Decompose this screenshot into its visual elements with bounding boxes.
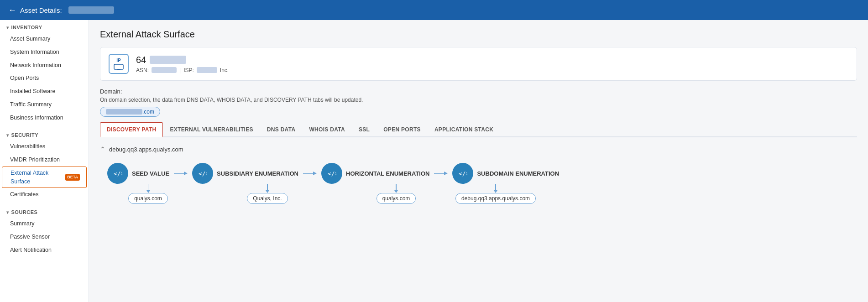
spacer-2: qualys.com [318, 184, 446, 204]
sidebar-item-asset-summary[interactable]: Asset Summary [0, 32, 89, 46]
domain-section: Domain: On domain selection, the data fr… [100, 88, 857, 117]
ip-blur [150, 56, 186, 64]
subsidiary-circle: </> [192, 163, 213, 184]
spacer-1: Qualys, Inc. [189, 184, 318, 204]
tab-ssl[interactable]: SSL [352, 122, 376, 136]
page-title: External Attack Surface [100, 29, 857, 40]
sidebar-item-certificates[interactable]: Certificates [0, 188, 89, 201]
domain-pill-blur [106, 109, 142, 115]
flow-node-horizontal-top: </> HORIZONTAL ENUMERATION [321, 163, 429, 184]
svg-marker-11 [444, 172, 448, 175]
arrow-right-icon-3 [434, 170, 448, 177]
tab-open-ports[interactable]: OPEN PORTS [376, 122, 428, 136]
arrow-2 [298, 170, 321, 177]
svg-text:</>: </> [459, 170, 467, 177]
flow-node-seed-top: </> SEED VALUE [107, 163, 169, 184]
svg-text:</>: </> [199, 170, 207, 177]
discovery-header: ⌃ debug.qq3.apps.qualys.com [100, 146, 857, 153]
svg-marker-5 [184, 172, 188, 175]
vline-1 [148, 184, 149, 190]
sidebar-section-security[interactable]: ▾ SECURITY [0, 128, 89, 140]
header-title: Asset Details: [20, 6, 62, 14]
tab-external-vulnerabilities[interactable]: EXTERNAL VULNERABILITIES [163, 122, 260, 136]
external-attack-surface-label: External Attack Surface [10, 169, 63, 186]
ip-icon: IP [109, 54, 129, 74]
sidebar-item-external-attack-surface[interactable]: External Attack Surface Beta [2, 167, 87, 188]
sidebar-item-business-information[interactable]: Business Information [0, 111, 89, 125]
asn-value-blur [152, 67, 177, 73]
flow-children-row: qualys.com Qualys, Inc. [107, 184, 857, 204]
flow-child-horizontal: qualys.com [346, 184, 446, 204]
svg-text:</>: </> [114, 170, 122, 177]
inventory-label: INVENTORY [11, 25, 42, 30]
chevron-down-icon-sources: ▾ [6, 210, 9, 215]
flow-node-subdomain: </> SUBDOMAIN ENUMERATION [452, 163, 559, 184]
domain-label: Domain: [100, 88, 857, 95]
header-title-blur [68, 6, 114, 14]
beta-badge: Beta [65, 174, 80, 181]
isp-value-blur [197, 67, 217, 73]
svg-text:</>: </> [328, 170, 336, 177]
horizontal-label: HORIZONTAL ENUMERATION [346, 170, 429, 177]
flow-container: </> SEED VALUE [107, 163, 857, 204]
svg-marker-8 [313, 172, 317, 175]
arrow-3 [429, 170, 452, 177]
sidebar-item-installed-software[interactable]: Installed Software [0, 85, 89, 98]
sidebar-item-network-information[interactable]: Network Information [0, 59, 89, 72]
sidebar-item-alert-notification[interactable]: Alert Notification [0, 244, 89, 257]
tabs-bar: DISCOVERY PATH EXTERNAL VULNERABILITIES … [100, 122, 857, 137]
child-box-subsidiary: Qualys, Inc. [247, 193, 288, 204]
monitor-icon [114, 64, 124, 70]
code-icon-horizontal: </> [327, 169, 336, 178]
tab-application-stack[interactable]: APPLICATION STACK [428, 122, 500, 136]
collapse-icon[interactable]: ⌃ [100, 146, 105, 153]
child-box-subdomain: debug.qq3.apps.qualys.com [455, 193, 536, 204]
ip-meta: ASN: | ISP: Inc. [136, 67, 229, 73]
ip-details: 64 ASN: | ISP: Inc. [136, 55, 229, 73]
code-icon-seed: </> [113, 169, 122, 178]
ip-address: 64 [136, 55, 229, 65]
svg-rect-0 [114, 64, 123, 69]
separator: | [179, 67, 181, 73]
flow-child-subdomain: debug.qq3.apps.qualys.com [446, 184, 536, 204]
sidebar-item-vulnerabilities[interactable]: Vulnerabilities [0, 140, 89, 153]
tab-whois-data[interactable]: WHOIS DATA [302, 122, 352, 136]
sidebar-item-open-ports[interactable]: Open Ports [0, 72, 89, 85]
tab-discovery-path[interactable]: DISCOVERY PATH [100, 122, 163, 137]
arrow-1 [169, 170, 192, 177]
flow-child-seed: qualys.com [107, 184, 189, 204]
domain-hint: On domain selection, the data from DNS D… [100, 97, 857, 103]
ip-prefix: 64 [136, 55, 146, 65]
sidebar-item-system-information[interactable]: System Information [0, 46, 89, 59]
flow-node-subsidiary: </> SUBSIDIARY ENUMERATION [192, 163, 298, 184]
flow-node-subsidiary-top: </> SUBSIDIARY ENUMERATION [192, 163, 298, 184]
sidebar: ▾ INVENTORY Asset Summary System Informa… [0, 20, 89, 302]
domain-pill[interactable]: .com [100, 107, 160, 117]
arrow-right-icon-1 [174, 170, 188, 177]
chevron-down-icon: ▾ [6, 25, 9, 30]
sidebar-section-sources[interactable]: ▾ SOURCES [0, 205, 89, 217]
header: ← Asset Details: [0, 0, 868, 20]
back-button[interactable]: ← Asset Details: [8, 5, 114, 15]
flow-node-subdomain-top: </> SUBDOMAIN ENUMERATION [452, 163, 559, 184]
seed-circle: </> [107, 163, 128, 184]
sidebar-item-vmdr-prioritization[interactable]: VMDR Prioritization [0, 153, 89, 167]
ip-icon-label: IP [116, 58, 120, 63]
sidebar-section-inventory[interactable]: ▾ INVENTORY [0, 20, 89, 32]
main-layout: ▾ INVENTORY Asset Summary System Informa… [0, 20, 868, 302]
discovery-path-content: ⌃ debug.qq3.apps.qualys.com </> [100, 146, 857, 204]
flow-child-subsidiary: Qualys, Inc. [217, 184, 318, 204]
seed-label: SEED VALUE [132, 170, 169, 177]
isp-label: ISP: [183, 67, 194, 73]
sidebar-item-passive-sensor[interactable]: Passive Sensor [0, 230, 89, 244]
discovery-domain: debug.qq3.apps.qualys.com [109, 146, 183, 153]
subdomain-circle: </> [452, 163, 473, 184]
isp-suffix: Inc. [220, 67, 229, 73]
vline-3 [396, 184, 397, 190]
sidebar-item-traffic-summary[interactable]: Traffic Summary [0, 98, 89, 111]
tab-dns-data[interactable]: DNS DATA [260, 122, 303, 136]
sidebar-item-summary[interactable]: Summary [0, 217, 89, 230]
code-icon-subsidiary: </> [198, 169, 207, 178]
flow-nodes-row: </> SEED VALUE [107, 163, 857, 184]
flow-node-seed: </> SEED VALUE [107, 163, 169, 184]
